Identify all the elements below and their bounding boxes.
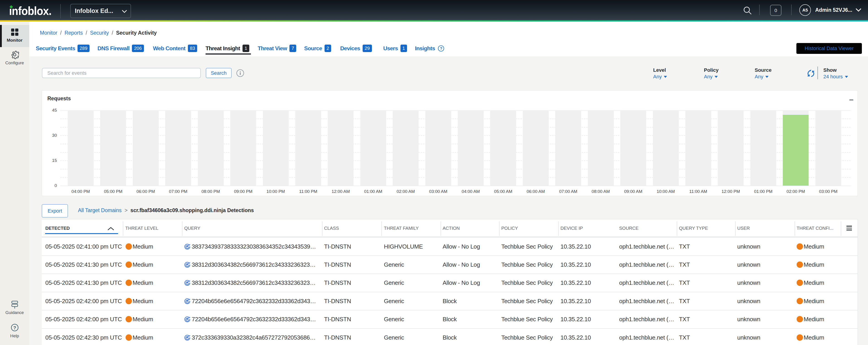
svg-text:?: ? — [13, 325, 16, 330]
svg-text:?: ? — [440, 46, 442, 51]
